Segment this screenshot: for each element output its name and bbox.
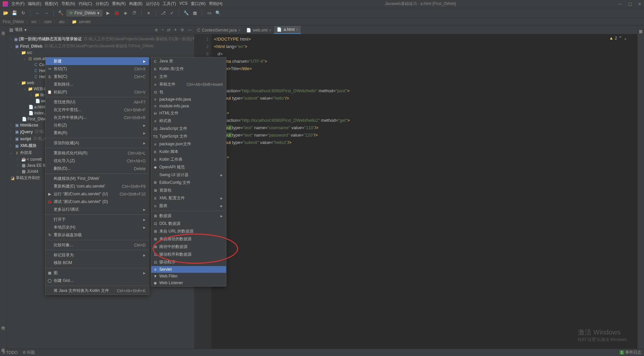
menu-item[interactable]: 移除 BOM xyxy=(46,259,149,267)
settings-icon[interactable]: 🔧 xyxy=(183,10,189,16)
menu-item[interactable]: HHTML文件 xyxy=(151,109,226,117)
menu-item[interactable]: 比较对象...Ctrl+D xyxy=(46,241,149,249)
menu-item[interactable]: 重新格式化代码(R)Ctrl+Alt+L xyxy=(46,149,149,157)
menu-item[interactable]: Swing UI 设计器▶ xyxy=(151,171,226,179)
menu-item[interactable]: 添加到收藏(A)▶ xyxy=(46,139,149,147)
panel-action-icon[interactable]: — xyxy=(187,28,192,32)
menu-item[interactable]: 复制路径... xyxy=(46,81,149,88)
tree-item[interactable]: index.j xyxy=(34,111,46,115)
menu-item[interactable]: ⊡驱动程序 xyxy=(151,258,226,266)
menu-item[interactable]: ⊞路径中的数据源 xyxy=(151,243,226,251)
menu-item[interactable]: ⚙EditorConfig 文件 xyxy=(151,179,226,187)
avd-icon[interactable]: ▭ xyxy=(206,10,212,16)
minimize-icon[interactable]: — xyxy=(618,2,622,6)
tree-item[interactable]: Java EE 6- xyxy=(27,163,47,168)
menu-item[interactable]: TSTypeScript 文件 xyxy=(151,133,226,140)
back-icon[interactable]: ← xyxy=(35,10,41,16)
menu-item[interactable]: 工具(T) xyxy=(163,1,176,7)
tree-item[interactable]: web xyxy=(27,81,34,85)
problems-tool-button[interactable]: ⊘ 问题 xyxy=(22,350,35,355)
menu-item[interactable]: 删除(D)...Delete xyxy=(46,165,149,172)
tree-item[interactable]: < corrett xyxy=(27,157,42,162)
tree-item[interactable]: Hel xyxy=(39,68,45,73)
event-log-badge[interactable]: 1 xyxy=(620,350,624,355)
menu-item[interactable]: 窗口(W) xyxy=(191,1,205,7)
menu-item[interactable]: 文件(F) xyxy=(11,1,24,7)
editor-tab[interactable]: CContextServlet.java× xyxy=(195,27,244,34)
menu-item[interactable]: 编辑(E) xyxy=(28,1,41,7)
menu-item[interactable]: VCS xyxy=(179,1,188,7)
forward-icon[interactable]: → xyxy=(43,10,49,16)
menu-item[interactable]: ≡图表▶ xyxy=(151,202,226,210)
menu-item[interactable]: KKotlin 脚本 xyxy=(151,148,226,156)
menu-item[interactable]: ◉Web Listener xyxy=(151,279,226,286)
profile-icon[interactable]: ⏱ xyxy=(131,10,137,16)
run-icon[interactable]: ▶ xyxy=(105,10,111,16)
tree-item[interactable]: 外部库 xyxy=(20,150,32,156)
panel-action-icon[interactable]: ✶ xyxy=(174,28,177,32)
code-editor[interactable]: 128101319 <!DOCTYPE html> <html lang="en… xyxy=(195,34,637,349)
menu-item[interactable]: 在文件中替换(A)...Ctrl+Shift+R xyxy=(46,114,149,121)
build-icon[interactable]: 🔨 xyxy=(58,10,64,16)
reload-icon[interactable]: ↻ xyxy=(20,10,26,16)
menu-item[interactable]: 新建▶ xyxy=(46,57,149,65)
menu-item[interactable]: 📋粘贴(P)Ctrl+V xyxy=(46,88,149,96)
menu-item[interactable]: 视图(V) xyxy=(45,1,58,7)
menu-item[interactable]: ≡草稿文件Ctrl+Alt+Shift+Insert xyxy=(151,81,226,88)
menu-item[interactable]: 🐞调试 '测试'com.atu.servlet'' (D) xyxy=(46,198,149,206)
open-icon[interactable]: 📂 xyxy=(3,10,9,16)
menu-item[interactable]: ≡package.json文件 xyxy=(151,140,226,148)
menu-item[interactable]: 构建模块(M) 'First_DWeb' xyxy=(46,175,149,183)
event-log-button[interactable]: 事件日志 xyxy=(625,350,641,355)
editor-tab[interactable]: 📄a.html× xyxy=(274,26,301,34)
menu-item[interactable]: CJava 类 xyxy=(151,57,226,65)
menu-item[interactable]: 查找使用(U)Alt+F7 xyxy=(46,98,149,106)
menu-item[interactable]: 在文件中查找...Ctrl+Shift+F xyxy=(46,106,149,114)
menu-item[interactable]: 本地历史(H)▶ xyxy=(46,223,149,231)
breadcrumb-item[interactable]: src xyxy=(31,19,37,24)
tree-item[interactable]: a.html xyxy=(34,105,45,109)
tree-item[interactable]: jQuery xyxy=(20,130,33,134)
code-body[interactable]: <!DOCTYPE html> <html lang="en"> d> <met… xyxy=(211,34,637,349)
tree-item[interactable]: html&css xyxy=(20,123,38,128)
menu-item[interactable]: 打开于▶ xyxy=(46,216,149,223)
menu-item[interactable]: 重新构建(E) 'com.atu.servlet'Ctrl+Shift+F9 xyxy=(46,183,149,190)
save-icon[interactable]: 💾 xyxy=(11,10,17,16)
menu-item[interactable]: ✂剪切(T)Ctrl+X xyxy=(46,65,149,73)
tree-item[interactable]: lib xyxy=(40,93,44,97)
menu-item[interactable]: ⊡驱动程序和数据源 xyxy=(151,251,226,258)
menu-item[interactable]: ▦图▶ xyxy=(46,269,149,277)
menu-item[interactable]: ◯创建 Gist... xyxy=(46,277,149,285)
git-icon[interactable]: ⎇ xyxy=(160,10,166,16)
tree-item[interactable]: (第一阶段)书城静态页面与登录验证 xyxy=(19,36,82,42)
panel-action-icon[interactable]: ÷ xyxy=(161,28,164,32)
stop-icon[interactable]: ■ xyxy=(146,10,152,16)
menu-item[interactable]: 标记目录为▶ xyxy=(46,251,149,259)
debug-icon[interactable]: 🐞 xyxy=(114,10,120,16)
tree-item[interactable]: First_DWeb xyxy=(20,44,42,49)
tree-item[interactable]: Co xyxy=(39,62,44,67)
tree-item[interactable]: src xyxy=(27,50,32,55)
menu-item[interactable]: ⊡包 xyxy=(151,88,226,96)
new-submenu[interactable]: CJava 类KKotlin 类/文件≡文件≡草稿文件Ctrl+Alt+Shif… xyxy=(151,57,226,287)
menu-item[interactable]: ▼Web Filter xyxy=(151,273,226,279)
menu-item[interactable]: 优化导入(Z)Ctrl+Alt+O xyxy=(46,157,149,165)
todo-tool-button[interactable]: ≡ TODO xyxy=(3,350,18,355)
tree-item[interactable]: 草稿文件和控 xyxy=(16,175,40,181)
menu-item[interactable]: ≡Servlet xyxy=(151,266,226,273)
breadcrumb-item[interactable]: servlet xyxy=(78,19,90,24)
tree-item[interactable]: Hel xyxy=(39,74,45,79)
breadcrumb-item[interactable]: atu xyxy=(59,19,65,24)
tree-item[interactable]: JUnit4 xyxy=(27,169,38,174)
menu-item[interactable]: KKotlin 工作表 xyxy=(151,156,226,163)
menu-item[interactable]: ≡样式表 xyxy=(151,117,226,125)
menu-item[interactable]: 代码(C) xyxy=(78,1,92,7)
menu-item[interactable]: XXML 配置文件▶ xyxy=(151,194,226,202)
menu-item[interactable]: JSJavaScript 文件 xyxy=(151,125,226,133)
context-menu[interactable]: 新建▶✂剪切(T)Ctrl+X⎘复制(C)Ctrl+C复制路径...📋粘贴(P)… xyxy=(45,57,149,295)
menu-item[interactable]: 更多运行/调试▶ xyxy=(46,206,149,213)
tree-item[interactable]: First_DWe xyxy=(28,117,46,121)
tree-item[interactable]: XML模块 xyxy=(20,143,37,149)
menu-item[interactable]: ⊡DDL 数据源 xyxy=(151,220,226,227)
menu-item[interactable]: ⊞资源包 xyxy=(151,187,226,194)
